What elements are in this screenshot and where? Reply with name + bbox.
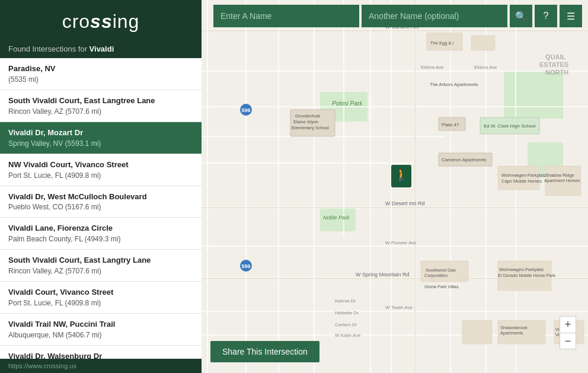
location-text: Port St. Lucie, FL (4909.8 mi) <box>8 171 193 180</box>
svg-text:W Spring Mountain Rd: W Spring Mountain Rd <box>356 272 410 278</box>
location-text: Port St. Lucie, FL (4909.8 mi) <box>8 299 193 307</box>
svg-text:QUAIL: QUAIL <box>545 53 566 60</box>
results-list[interactable]: Paradise, NV(5535 mi)South Vivaldi Court… <box>0 58 202 359</box>
list-item[interactable]: Vivaldi Lane, Fiorenza CirclePalm Beach … <box>0 218 202 250</box>
location-text: (5535 mi) <box>8 75 193 84</box>
svg-text:The Arbors Apartments: The Arbors Apartments <box>430 82 478 87</box>
search-input-2[interactable] <box>362 5 507 27</box>
sidebar-footer: https://www.crossing.us <box>0 359 202 373</box>
svg-text:🚶: 🚶 <box>394 168 409 182</box>
street-name: Paradise, NV <box>8 64 193 74</box>
location-text: Albuquerque, NM (5406.7 mi) <box>8 331 193 339</box>
location-text: Palm Beach County, FL (4949.3 mi) <box>8 235 193 243</box>
svg-text:Cartaro Dr: Cartaro Dr <box>335 322 357 327</box>
svg-text:Corporation: Corporation <box>424 273 448 278</box>
svg-text:ESTATES: ESTATES <box>539 61 568 68</box>
search-input-1[interactable] <box>213 5 359 27</box>
logo: crossing <box>12 11 190 33</box>
svg-text:Southwest Gas: Southwest Gas <box>426 267 456 273</box>
street-name: South Vivaldi Court, East Langtry Lane <box>8 256 193 266</box>
svg-text:Elaine Wynn: Elaine Wynn <box>293 119 318 125</box>
menu-button[interactable]: ☰ <box>560 5 582 27</box>
location-text: Spring Valley, NV (5593.1 mi) <box>8 139 193 148</box>
list-item[interactable]: Vivaldi Trail NW, Puccini TrailAlbuquerq… <box>0 314 202 346</box>
street-name: NW Vivaldi Court, Vivanco Street <box>8 160 193 170</box>
list-item[interactable]: Vivaldi Dr, Mozart DrSpring Valley, NV (… <box>0 122 202 154</box>
street-name: Vivaldi Court, Vivanco Street <box>8 288 193 298</box>
svg-text:Noble Park: Noble Park <box>323 215 350 221</box>
svg-text:Plata 47: Plata 47 <box>442 122 459 127</box>
svg-text:W Twain Ave: W Twain Ave <box>385 305 413 310</box>
street-name: Vivaldi Trail NW, Puccini Trail <box>8 320 193 330</box>
svg-text:Apartments: Apartments <box>500 330 523 336</box>
svg-text:Eldora Ave: Eldora Ave <box>421 65 444 70</box>
svg-text:Apartment Homes: Apartment Homes <box>544 178 580 183</box>
svg-text:Hibbetts Dr: Hibbetts Dr <box>335 310 359 315</box>
svg-text:W Katie Ave: W Katie Ave <box>335 333 361 338</box>
svg-text:El Dorado Mobile Home Park: El Dorado Mobile Home Park <box>498 273 555 278</box>
svg-text:Grundschule: Grundschule <box>295 113 321 119</box>
street-name: Vivaldi Dr, West McCulloch Boulevard <box>8 192 193 202</box>
location-text: Rincon Valley, AZ (5707.6 mi) <box>8 267 193 275</box>
svg-text:Cameron Apartments: Cameron Apartments <box>442 157 487 162</box>
search-button[interactable]: 🔍 <box>510 5 532 27</box>
svg-rect-3 <box>504 71 563 119</box>
svg-rect-48 <box>471 36 495 50</box>
list-item[interactable]: South Vivaldi Court, East Langtree LaneR… <box>0 90 202 122</box>
svg-rect-50 <box>498 166 539 190</box>
list-item[interactable]: Vivaldi Court, Vivanco StreetPort St. Lu… <box>0 282 202 314</box>
svg-text:Kalmia Dr: Kalmia Dr <box>335 298 356 304</box>
help-button[interactable]: ? <box>535 5 557 27</box>
list-item[interactable]: Paradise, NV(5535 mi) <box>0 58 202 90</box>
svg-text:Wohnwagen-Parkplatz: Wohnwagen-Parkplatz <box>501 173 547 178</box>
location-text: Pueblo West, CO (5167.6 mi) <box>8 203 193 211</box>
search-bar: 🔍 ? ☰ <box>213 5 582 27</box>
list-item[interactable]: Vivaldi Dr, West McCulloch BoulevardPueb… <box>0 186 202 218</box>
location-text: Rincon Valley, AZ (5707.6 mi) <box>8 107 193 116</box>
street-name: Vivaldi Lane, Fiorenza Circle <box>8 224 193 234</box>
svg-text:NORTH: NORTH <box>545 69 568 76</box>
street-name: Vivaldi Dr, Mozart Dr <box>8 128 193 138</box>
list-item[interactable]: South Vivaldi Court, East Langtry LaneRi… <box>0 250 202 282</box>
svg-text:Shadowbrook: Shadowbrook <box>500 325 528 330</box>
svg-rect-55 <box>462 320 492 344</box>
svg-text:596: 596 <box>241 263 250 269</box>
svg-text:W Desert Inn Rd: W Desert Inn Rd <box>385 200 425 206</box>
svg-text:596: 596 <box>241 107 250 113</box>
svg-text:Gloria Park Villas: Gloria Park Villas <box>424 284 459 289</box>
zoom-out-button[interactable]: − <box>560 333 576 349</box>
svg-text:Eldora Ave: Eldora Ave <box>474 65 497 70</box>
svg-text:The Egg & I: The Egg & I <box>430 40 454 46</box>
svg-text:Potosi Park: Potosi Park <box>332 100 363 107</box>
svg-text:Shadow Ridge: Shadow Ridge <box>545 173 574 178</box>
svg-text:Capri Mobile Homes: Capri Mobile Homes <box>501 178 542 184</box>
svg-text:Elementary School: Elementary School <box>292 125 329 130</box>
list-item[interactable]: NW Vivaldi Court, Vivanco StreetPort St.… <box>0 154 202 186</box>
share-intersection-button[interactable]: Share This Intersection <box>210 341 319 362</box>
svg-text:Wohnwagen-Parkplatz: Wohnwagen-Parkplatz <box>499 267 544 272</box>
found-intersections-label: Found Intersections for Vivaldi <box>0 41 202 58</box>
sidebar: crossing Found Intersections for Vivaldi… <box>0 0 202 373</box>
logo-area: crossing <box>0 0 202 41</box>
zoom-controls: + − <box>560 316 576 349</box>
street-name: South Vivaldi Court, East Langtree Lane <box>8 96 193 106</box>
zoom-in-button[interactable]: + <box>560 316 576 333</box>
street-name: Vivaldi Dr, Walsenburg Dr <box>8 352 193 359</box>
svg-text:W Pioneer Ave: W Pioneer Ave <box>385 240 417 246</box>
svg-text:Ed W. Clark High School: Ed W. Clark High School <box>484 123 536 129</box>
list-item[interactable]: Vivaldi Dr, Walsenburg DrDurham, NC (439… <box>0 346 202 359</box>
